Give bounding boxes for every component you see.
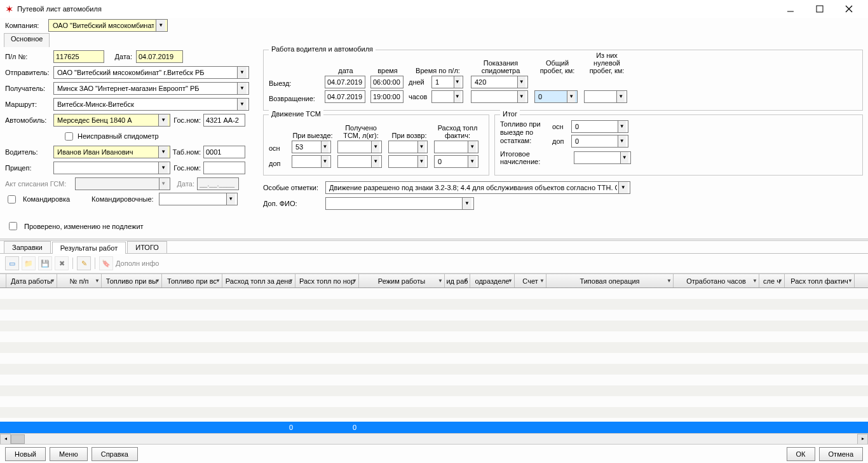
- chevron-down-icon[interactable]: ▼: [321, 156, 329, 167]
- date-input[interactable]: [136, 50, 183, 63]
- chevron-down-icon[interactable]: ▼: [616, 91, 625, 102]
- komandirovka-checkbox[interactable]: [8, 195, 16, 204]
- grid-col-header[interactable]: сле ч▼: [759, 274, 785, 287]
- chevron-down-icon[interactable]: ▼: [567, 91, 575, 102]
- delete-button[interactable]: ✖: [55, 256, 69, 270]
- table-row[interactable]: [0, 353, 868, 364]
- tab-total[interactable]: ИТОГО: [127, 241, 167, 253]
- dop-fact[interactable]: ▼: [434, 155, 478, 168]
- gosnom2-input[interactable]: [203, 162, 245, 174]
- grid-col-header[interactable]: № п/п▼: [57, 274, 102, 287]
- chevron-down-icon[interactable]: ▼: [158, 114, 168, 126]
- driver-combo[interactable]: ▼: [53, 146, 170, 158]
- table-row[interactable]: [0, 321, 868, 331]
- out-time[interactable]: [370, 76, 403, 88]
- zero-km[interactable]: ▼: [584, 90, 627, 103]
- itog-final[interactable]: ▼: [574, 151, 631, 164]
- ret-date[interactable]: [325, 90, 365, 103]
- save-button[interactable]: 💾: [38, 256, 52, 270]
- ok-button[interactable]: ОК: [787, 447, 815, 461]
- itog-osn[interactable]: ▼: [571, 120, 628, 133]
- grid-col-header[interactable]: Топливо при вы▼: [102, 274, 162, 287]
- route-combo[interactable]: ▼: [53, 98, 249, 111]
- chevron-down-icon[interactable]: ▼: [226, 193, 235, 205]
- chevron-down-icon[interactable]: ▼: [371, 156, 379, 167]
- dop-before[interactable]: ▼: [292, 155, 331, 168]
- broken-spido-checkbox[interactable]: [65, 132, 73, 141]
- gosnom-input[interactable]: [203, 114, 245, 127]
- company-input[interactable]: [51, 20, 156, 31]
- results-grid[interactable]: Дата работы▼№ п/п▼Топливо при вы▼Топливо…: [0, 273, 868, 433]
- scroll-left-button[interactable]: ◂: [0, 434, 11, 445]
- chevron-down-icon[interactable]: ▼: [618, 135, 626, 147]
- grid-col-header[interactable]: Расх топл по нор▼: [295, 274, 359, 287]
- chevron-down-icon[interactable]: ▼: [158, 162, 168, 174]
- hours-combo[interactable]: ▼: [431, 90, 463, 103]
- table-row[interactable]: [0, 385, 868, 396]
- chevron-down-icon[interactable]: ▼: [462, 198, 471, 209]
- table-row[interactable]: [0, 331, 868, 342]
- grid-col-header[interactable]: [0, 274, 6, 287]
- edit-button[interactable]: ✎: [77, 256, 91, 270]
- chevron-down-icon[interactable]: ▼: [618, 121, 626, 132]
- table-row[interactable]: [0, 310, 868, 321]
- minimize-button[interactable]: [776, 1, 804, 17]
- grid-hscroll[interactable]: ◂ ▸: [0, 433, 868, 444]
- chevron-down-icon[interactable]: ▼: [517, 76, 526, 88]
- chevron-down-icon[interactable]: ▼: [468, 141, 476, 153]
- days-combo[interactable]: ▼: [431, 76, 463, 88]
- table-row[interactable]: [0, 288, 868, 299]
- sender-combo[interactable]: ▼: [53, 66, 249, 79]
- chevron-down-icon[interactable]: ▼: [417, 141, 425, 153]
- chevron-down-icon[interactable]: ▼: [620, 152, 628, 163]
- menu-button[interactable]: Меню: [50, 447, 88, 461]
- table-row[interactable]: [0, 407, 868, 418]
- ret-time[interactable]: [370, 90, 403, 103]
- scroll-right-button[interactable]: ▸: [857, 434, 868, 445]
- open-button[interactable]: 📁: [22, 256, 36, 270]
- receiver-combo[interactable]: ▼: [53, 82, 249, 95]
- out-date[interactable]: [325, 76, 365, 88]
- chevron-down-icon[interactable]: ▼: [156, 20, 165, 31]
- chevron-down-icon[interactable]: ▼: [517, 91, 526, 102]
- chevron-down-icon[interactable]: ▼: [237, 83, 247, 94]
- table-row[interactable]: [0, 364, 868, 375]
- itog-dop[interactable]: ▼: [571, 135, 628, 148]
- table-row[interactable]: [0, 342, 868, 353]
- tab-main[interactable]: Основное: [4, 33, 50, 47]
- grid-col-header[interactable]: Режим работы▼: [359, 274, 445, 287]
- grid-col-header[interactable]: Отработано часов▼: [674, 274, 759, 287]
- chevron-down-icon[interactable]: ▼: [237, 99, 247, 110]
- komandirovochnye-combo[interactable]: ▼: [159, 193, 238, 205]
- chevron-down-icon[interactable]: ▼: [454, 76, 461, 88]
- company-combo[interactable]: ▼: [48, 19, 168, 32]
- grid-col-header[interactable]: Расход топл за день▼: [222, 274, 295, 287]
- dop-recv[interactable]: ▼: [337, 155, 382, 168]
- chevron-down-icon[interactable]: ▼: [158, 146, 168, 158]
- chevron-down-icon[interactable]: ▼: [468, 156, 476, 167]
- grid-col-header[interactable]: Дата работы▼: [6, 274, 57, 287]
- osn-fact[interactable]: ▼: [434, 141, 478, 153]
- osn-before[interactable]: ▼: [292, 141, 331, 153]
- tab-refuel[interactable]: Заправки: [4, 241, 51, 253]
- help-button[interactable]: Справка: [92, 447, 138, 461]
- osn-recv[interactable]: ▼: [337, 141, 382, 153]
- grid-col-header[interactable]: Расх топл фактич▼: [785, 274, 855, 287]
- grid-col-header[interactable]: Счет▼: [515, 274, 546, 287]
- osn-ret[interactable]: ▼: [388, 141, 428, 153]
- total-km[interactable]: ▼: [534, 90, 578, 103]
- new-row-button[interactable]: ▭: [5, 256, 19, 270]
- spido-ret[interactable]: ▼: [471, 90, 528, 103]
- grid-col-header[interactable]: Типовая операция▼: [546, 274, 674, 287]
- table-row[interactable]: [0, 396, 868, 407]
- cancel-button[interactable]: Отмена: [819, 447, 863, 461]
- grid-col-header[interactable]: одразделе▼: [470, 274, 515, 287]
- grid-col-header[interactable]: ид раб▼: [445, 274, 470, 287]
- chevron-down-icon[interactable]: ▼: [371, 141, 379, 153]
- table-row[interactable]: [0, 299, 868, 310]
- chevron-down-icon[interactable]: ▼: [618, 182, 628, 193]
- tab-results[interactable]: Результаты работ: [52, 242, 126, 254]
- dop-ret[interactable]: ▼: [388, 155, 428, 168]
- fio-combo[interactable]: ▼: [325, 197, 474, 210]
- maximize-button[interactable]: [806, 1, 834, 17]
